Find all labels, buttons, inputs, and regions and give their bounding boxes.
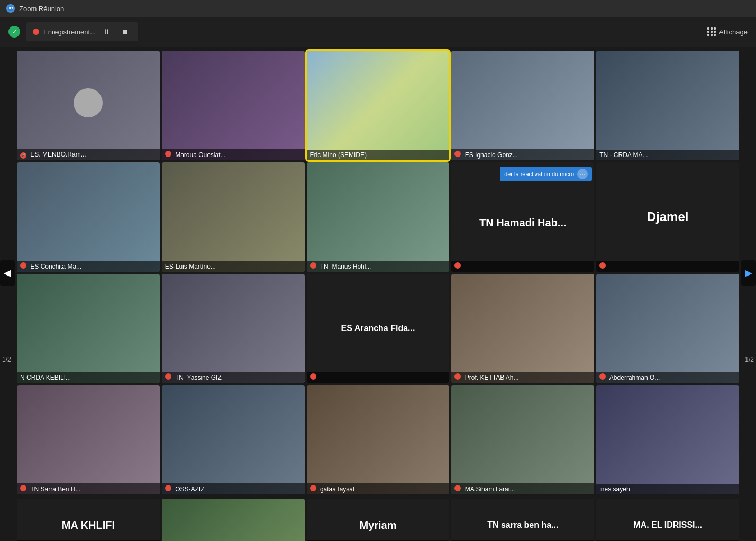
participant-cell-20: ines sayeh xyxy=(596,385,739,494)
participant-cell-15: Abderrahman O... xyxy=(596,274,739,383)
participant-name-6: ES Conchita Ma... xyxy=(17,261,160,272)
record-dot-icon xyxy=(33,29,39,35)
participant-cell-14: Prof. KETTAB Ah... xyxy=(451,274,594,383)
title-bar: Zoom Réunion xyxy=(0,0,756,17)
participant-name-12: TN_Yassine GIZ xyxy=(162,372,305,383)
svg-rect-1 xyxy=(9,7,11,9)
record-text: Enregistrement... xyxy=(43,28,96,36)
participant-name-3: Eric Mino (SEMIDE) xyxy=(307,150,450,160)
participant-name-19: MA Siham Larai... xyxy=(451,483,594,494)
participant-bigname-9: TN Hamadi Hab... xyxy=(475,201,570,233)
participant-name-8: TN_Marius Hohl... xyxy=(307,261,450,272)
participant-cell-22: Samir Fakhar xyxy=(162,499,305,541)
participant-name-4: ES Ignacio Gonz... xyxy=(451,149,594,160)
participant-name-14: Prof. KETTAB Ah... xyxy=(451,372,594,383)
participant-cell-9: der la réactivation du micro ··· TN Hama… xyxy=(451,162,594,272)
participant-cell-13: ES Arancha Flda... xyxy=(307,274,450,383)
toolbar-left: ✓ Enregistrement... ⏸ ⏹ xyxy=(8,22,138,41)
participant-name-20: ines sayeh xyxy=(596,484,739,494)
grid-view-icon xyxy=(707,27,716,36)
top-toolbar: ✓ Enregistrement... ⏸ ⏹ Affichage xyxy=(0,17,756,47)
left-page-indicator: 1/2 xyxy=(2,356,11,363)
participant-name-13 xyxy=(307,372,450,383)
participant-bigname-10: Djamel xyxy=(643,205,693,228)
participant-cell-6: ES Conchita Ma... xyxy=(17,162,160,272)
right-page-indicator: 1/2 xyxy=(745,356,754,363)
prev-page-button[interactable]: ◀ xyxy=(0,260,15,286)
participant-cell-7: ES-Luis Martíne... xyxy=(162,162,305,272)
participant-cell-17: OSS-AZIZ xyxy=(162,385,305,494)
bottom-video-row: MA KHLIFI Samir Fakhar Myriam TN sarra b… xyxy=(0,499,756,541)
participant-name-1: 🎤 ES. MENBO.Ram... xyxy=(17,149,160,160)
notification-banner: der la réactivation du micro ··· xyxy=(500,167,592,181)
participant-name-10 xyxy=(596,261,739,272)
participant-cell-4: ES Ignacio Gonz... xyxy=(451,51,594,160)
participant-cell-23: Myriam xyxy=(307,499,450,541)
participant-bigname-21: MA KHLIFI xyxy=(62,519,115,531)
participant-bigname-25: MA. EL IDRISSI... xyxy=(633,520,702,530)
participant-name-18: gataa faysal xyxy=(307,483,450,494)
record-indicator: Enregistrement... ⏸ ⏹ xyxy=(26,22,138,41)
participant-cell-12: TN_Yassine GIZ xyxy=(162,274,305,383)
affichage-label: Affichage xyxy=(719,28,748,36)
participant-cell-2: Maroua Oueslat... xyxy=(162,51,305,160)
participant-name-2: Maroua Oueslat... xyxy=(162,149,305,160)
participant-bigname-24: TN sarra ben ha... xyxy=(487,520,558,530)
participant-cell-1: 🎤 ES. MENBO.Ram... xyxy=(17,51,160,160)
participant-name-16: TN Sarra Ben H... xyxy=(17,483,160,494)
participant-cell-19: MA Siham Larai... xyxy=(451,385,594,494)
next-page-button[interactable]: ▶ xyxy=(741,260,756,286)
participant-bigname-23: Myriam xyxy=(359,519,396,531)
participant-name-5: TN - CRDA MA... xyxy=(596,150,739,160)
participant-cell-11: N CRDA KEBILI... xyxy=(17,274,160,383)
participant-cell-18: gataa faysal xyxy=(307,385,450,494)
stop-record-button[interactable]: ⏹ xyxy=(118,25,132,38)
participant-cell-3: Eric Mino (SEMIDE) xyxy=(307,51,450,160)
participant-cell-10: Djamel xyxy=(596,162,739,272)
app-icon xyxy=(6,4,15,13)
affichage-button[interactable]: Affichage xyxy=(707,27,748,36)
video-area: ◀ 1/2 🎤 ES. MENBO.Ram... Maroua Oueslat.… xyxy=(0,47,756,499)
participant-name-7: ES-Luis Martíne... xyxy=(162,261,305,272)
participant-name-9 xyxy=(451,261,594,272)
participant-name-11: N CRDA KEBILI... xyxy=(17,372,160,383)
participant-bigname-13: ES Arancha Flda... xyxy=(337,319,420,337)
participant-cell-25: MA. EL IDRISSI... xyxy=(596,499,739,541)
video-grid: 🎤 ES. MENBO.Ram... Maroua Oueslat... Eri… xyxy=(17,51,739,494)
participant-cell-5: TN - CRDA MA... xyxy=(596,51,739,160)
participant-cell-16: TN Sarra Ben H... xyxy=(17,385,160,494)
notification-dots-icon[interactable]: ··· xyxy=(577,169,588,179)
security-shield-icon: ✓ xyxy=(8,26,20,38)
participant-cell-24: TN sarra ben ha... xyxy=(451,499,594,541)
participant-cell-8: TN_Marius Hohl... xyxy=(307,162,450,272)
participant-name-17: OSS-AZIZ xyxy=(162,483,305,494)
window-title: Zoom Réunion xyxy=(19,5,64,13)
participant-cell-21: MA KHLIFI xyxy=(17,499,160,541)
participant-name-15: Abderrahman O... xyxy=(596,372,739,383)
pause-record-button[interactable]: ⏸ xyxy=(100,25,114,38)
